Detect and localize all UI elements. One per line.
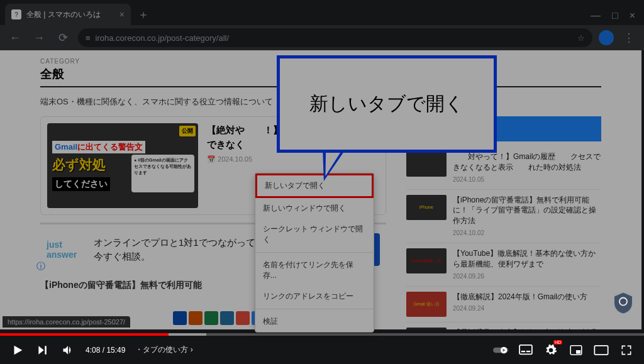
sidebar-thumb: Gmail 使い方	[406, 292, 447, 317]
miniplayer-button[interactable]	[569, 343, 584, 358]
next-button[interactable]	[35, 343, 50, 358]
video-controls: 4:08 / 15:49 ・タブの使い方 ›	[0, 336, 644, 364]
svg-rect-5	[526, 350, 530, 351]
settings-button[interactable]	[543, 343, 558, 358]
svg-rect-7	[576, 350, 580, 354]
tab-close-icon[interactable]: ×	[119, 9, 125, 19]
chevron-right-icon: ›	[191, 345, 193, 354]
url-text: iroha.corecon.co.jp/post-category/all/	[96, 33, 229, 43]
sidebar-thumb: YouTube使い方	[406, 248, 447, 273]
profile-avatar[interactable]	[599, 30, 614, 45]
new-tab-button[interactable]: ＋	[135, 6, 152, 23]
ctx-open-incognito[interactable]: シークレット ウィンドウで開く	[255, 219, 374, 250]
sidebar-thumb: 重要	[406, 328, 447, 329]
article-thumbnail: 公開 Gmailに出てくる警告文 必ず対処 してください ● #前のGmailの…	[47, 123, 198, 208]
ctx-separator	[255, 309, 374, 309]
sidebar-item-title: 【iPhoneの留守番電話】無料で利用可能に！「ライブ留守番電話」の設定確認と操…	[453, 195, 601, 226]
svg-rect-8	[594, 345, 608, 354]
sidebar-item-title: 【徹底解説】2024年版！Gmailの使い方	[453, 292, 587, 302]
channel-watermark-icon[interactable]	[614, 292, 633, 314]
sidebar-thumb: iPhone	[406, 195, 447, 220]
ctx-copy-link-address[interactable]: リンクのアドレスをコピー	[255, 286, 374, 307]
sidebar-item-date: 2024.09.26	[453, 273, 484, 280]
play-button[interactable]	[10, 343, 25, 358]
thumb-text: に出てくる警告文	[77, 142, 143, 152]
article-date: 📅 2024.10.05	[207, 155, 379, 163]
sidebar-item[interactable]: 重要 【電話番号の真実】銀行口座、資産も判明する電話番号を教	[406, 323, 601, 329]
sidebar-item[interactable]: iPhone 【iPhoneの留守番電話】無料で利用可能に！「ライブ留守番電話」…	[406, 190, 601, 243]
ctx-save-link-as[interactable]: 名前を付けてリンク先を保存...	[255, 255, 374, 286]
theater-mode-button[interactable]	[594, 343, 609, 358]
sidebar-item[interactable]: 対やって！】Gmailの履歴 クセスできなくなると表示 れた時の対処法2024.…	[406, 146, 601, 190]
ctx-separator	[255, 252, 374, 253]
volume-button[interactable]	[60, 343, 75, 358]
sidebar-item[interactable]: Gmail 使い方 【徹底解説】2024年版！Gmailの使い方2024.09.…	[406, 287, 601, 323]
ad-info-icon[interactable]: ⓘ	[36, 261, 45, 272]
video-time: 4:08 / 15:49	[86, 346, 125, 355]
thumb-text: してください	[52, 177, 110, 191]
sidebar-item-title: 【YouTube】徹底解説！基本的な使い方から最新機能、便利ワザまで	[453, 248, 601, 270]
svg-rect-4	[521, 350, 525, 351]
ad-logo: just answer	[47, 240, 86, 260]
status-bar-link: https://iroha.corecon.co.jp/post-25027/	[3, 316, 130, 328]
fullscreen-button[interactable]	[619, 343, 634, 358]
sidebar-item-date: 2024.09.24	[453, 305, 484, 312]
close-window-icon[interactable]: ×	[630, 10, 635, 21]
maximize-icon[interactable]: □	[612, 10, 618, 21]
browser-toolbar: ← → ⟳ ≡ iroha.corecon.co.jp/post-categor…	[0, 25, 644, 50]
browser-titlebar: ? 全般 | スマホのいろは × ＋ — □ ×	[0, 0, 644, 25]
tab-title: 全般 | スマホのいろは	[26, 9, 101, 20]
sidebar-item-title: 対やって！】Gmailの履歴 クセスできなくなると表示 れた時の対処法	[453, 152, 601, 173]
reload-button[interactable]: ⟳	[54, 29, 72, 47]
url-bar[interactable]: ≡ iroha.corecon.co.jp/post-category/all/…	[78, 28, 592, 47]
sidebar-item[interactable]: YouTube使い方 【YouTube】徹底解説！基本的な使い方から最新機能、便…	[406, 243, 601, 287]
thumb-text: 必ず対処	[52, 156, 106, 174]
window-controls: — □ ×	[591, 10, 644, 25]
browser-menu-icon[interactable]: ⋮	[620, 29, 638, 47]
bookmark-star-icon[interactable]: ☆	[577, 33, 585, 43]
favicon-icon: ?	[11, 9, 21, 19]
thumb-text: Gmail	[55, 142, 77, 152]
chapter-title: ・タブの使い方	[135, 345, 188, 354]
video-frame: ? 全般 | スマホのいろは × ＋ — □ × ← → ⟳ ≡ iroha.c…	[0, 0, 644, 364]
ctx-inspect[interactable]: 検証	[255, 311, 374, 332]
ctx-open-new-window[interactable]: 新しいウィンドウで開く	[255, 198, 374, 219]
svg-rect-3	[519, 345, 532, 353]
thumb-inset: ● #前のGmailの画面にアクセスできなくなる可能性があります	[131, 155, 194, 192]
autoplay-toggle[interactable]	[493, 343, 508, 358]
subtitles-button[interactable]	[518, 343, 533, 358]
current-time: 4:08	[86, 346, 100, 355]
callout-bubble: 新しいタブで開く	[277, 55, 497, 153]
back-button[interactable]: ←	[6, 29, 24, 47]
site-info-icon[interactable]: ≡	[86, 33, 91, 43]
sidebar-item-title: 【電話番号の真実】銀行口座、資産も判明する電話番号を教	[453, 328, 601, 329]
browser-tab[interactable]: ? 全般 | スマホのいろは ×	[5, 4, 131, 25]
video-chapter[interactable]: ・タブの使い方 ›	[135, 345, 192, 355]
callout-text: 新しいタブで開く	[309, 91, 464, 117]
sidebar-item-date: 2024.10.02	[453, 229, 484, 236]
sidebar-item-date: 2024.10.05	[453, 176, 484, 183]
sidebar-thumb	[406, 152, 447, 177]
duration: 15:49	[106, 346, 125, 355]
minimize-icon[interactable]: —	[591, 10, 601, 21]
forward-button[interactable]: →	[30, 29, 48, 47]
context-menu: 新しいタブで開く 新しいウィンドウで開く シークレット ウィンドウで開く 名前を…	[255, 173, 374, 333]
thumb-badge: 公開	[179, 126, 196, 136]
